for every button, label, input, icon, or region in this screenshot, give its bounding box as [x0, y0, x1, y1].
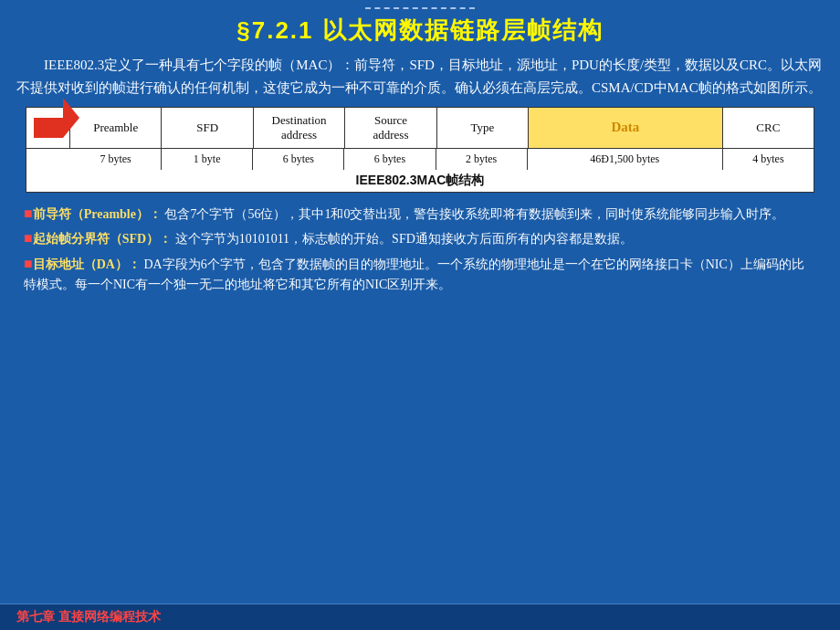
- page-title: §7.2.1 以太网数据链路层帧结构: [0, 15, 840, 47]
- bytes-dest: 6 bytes: [253, 149, 344, 170]
- bullet-text-1: 包含7个字节（56位），其中1和0交替出现，警告接收系统即将有数据帧到来，同时使…: [162, 207, 785, 221]
- intro-paragraph: IEEE802.3定义了一种具有七个字段的帧（MAC）：前导符，SFD，目标地址…: [16, 54, 824, 100]
- frame-arrow: [26, 108, 70, 148]
- bytes-sfd: 1 byte: [162, 149, 253, 170]
- bullet-marker-3: ■: [24, 256, 33, 271]
- footer-bar: 第七章 直接网络编程技术: [0, 604, 840, 630]
- cell-data: Data: [529, 108, 723, 148]
- bytes-preamble: 7 bytes: [70, 149, 162, 170]
- bullet-keyword-1: 前导符（Preamble）：: [33, 207, 162, 221]
- bytes-crc: 4 bytes: [723, 149, 814, 170]
- bullet-item-preamble: ■前导符（Preamble）： 包含7个字节（56位），其中1和0交替出现，警告…: [24, 202, 816, 226]
- title-decoration: [365, 7, 475, 10]
- cell-sfd: SFD: [162, 108, 253, 148]
- bullet-marker-2: ■: [24, 230, 33, 246]
- bullet-section: ■前导符（Preamble）： 包含7个字节（56位），其中1和0交替出现，警告…: [16, 196, 824, 604]
- title-area: §7.2.1 以太网数据链路层帧结构: [0, 0, 840, 54]
- bullet-text-3: DA字段为6个字节，包含了数据帧的目的物理地址。一个系统的物理地址是一个在它的网…: [24, 257, 804, 292]
- main-container: §7.2.1 以太网数据链路层帧结构 IEEE802.3定义了一种具有七个字段的…: [0, 0, 840, 630]
- footer-text: 第七章 直接网络编程技术: [16, 609, 161, 624]
- frame-header-row: Preamble SFD Destinationaddress Sourcead…: [26, 108, 814, 149]
- bullet-item-sfd: ■起始帧分界符（SFD）： 这个字节为10101011，标志帧的开始。SFD通知…: [24, 226, 816, 250]
- bytes-src: 6 bytes: [344, 149, 436, 170]
- bullet-keyword-2: 起始帧分界符（SFD）：: [33, 232, 172, 246]
- bullet-item-da: ■目标地址（DA）： DA字段为6个字节，包含了数据帧的目的物理地址。一个系统的…: [24, 252, 816, 296]
- bytes-type: 2 bytes: [436, 149, 528, 170]
- frame-bytes-row: 7 bytes 1 byte 6 bytes 6 bytes 2 bytes 4…: [26, 149, 814, 170]
- frame-diagram: Preamble SFD Destinationaddress Sourcead…: [26, 107, 814, 193]
- bullet-marker-1: ■: [24, 205, 33, 221]
- cell-type: Type: [437, 108, 529, 148]
- bullet-keyword-3: 目标地址（DA）：: [33, 257, 141, 271]
- cell-preamble: Preamble: [70, 108, 162, 148]
- cell-dest-addr: Destinationaddress: [254, 108, 345, 148]
- cell-crc: CRC: [723, 108, 814, 148]
- frame-caption: IEEE802.3MAC帧结构: [26, 170, 814, 192]
- bullet-text-2: 这个字节为10101011，标志帧的开始。SFD通知接收方后面所有的内容都是数据…: [172, 232, 633, 246]
- bytes-data: 46Ð1,500 bytes: [528, 149, 723, 170]
- content-area: IEEE802.3定义了一种具有七个字段的帧（MAC）：前导符，SFD，目标地址…: [0, 54, 840, 604]
- cell-src-addr: Sourceaddress: [345, 108, 436, 148]
